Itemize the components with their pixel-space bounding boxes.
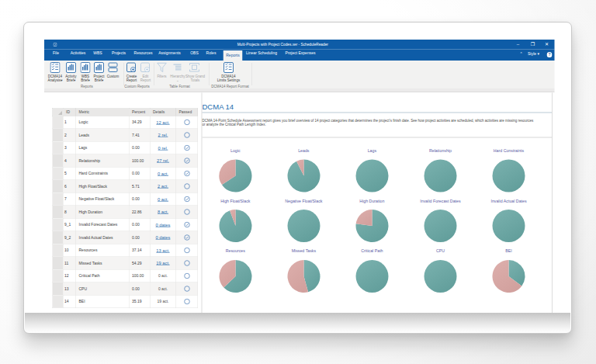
svg-text:?: ? <box>548 52 550 57</box>
